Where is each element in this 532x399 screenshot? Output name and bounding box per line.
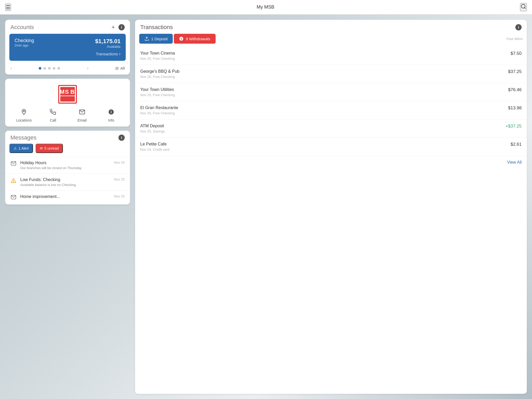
tx-name: Le Petite Cafe (140, 142, 169, 147)
tx-meta: Nov 25, Free Checking (140, 93, 175, 97)
account-balance: $1,175.01 (95, 38, 121, 45)
dollar-circle-icon: $ (179, 36, 184, 41)
menu-button[interactable]: ☰ (5, 4, 11, 11)
svg-rect-9 (60, 95, 75, 96)
all-accounts-button[interactable]: ⊟ All (115, 66, 125, 71)
locations-button[interactable]: Locations (9, 109, 38, 122)
message-date-lowfunds: Nov 25 (114, 177, 125, 181)
tx-amount: $13.98 (508, 105, 522, 111)
message-preview-lowfunds: Available balance is low on Checking (20, 183, 110, 187)
chevron-right-icon (119, 51, 121, 57)
checking-account-banner[interactable]: Checking 2min ago $1,175.01 Available Tr… (9, 34, 126, 61)
search-button[interactable] (520, 3, 527, 11)
account-name: Checking (15, 38, 34, 43)
transactions-list: Your Town Cinema Nov 25, Free Checking $… (135, 47, 527, 156)
svg-point-10 (23, 111, 25, 112)
add-account-button[interactable]: + (111, 24, 115, 31)
pagination-dot-2[interactable] (43, 67, 46, 70)
transactions-info-button[interactable]: i (515, 24, 522, 30)
account-timestamp: 2min ago (15, 43, 34, 47)
svg-text:i: i (111, 110, 112, 114)
email-icon (79, 109, 85, 117)
deposit-tab[interactable]: 1 Deposit (139, 34, 173, 44)
view-all-button[interactable]: View All (507, 160, 522, 165)
bank-actions: Locations Call (9, 109, 126, 122)
transaction-item[interactable]: Your Town Utilities Nov 25, Free Checkin… (135, 83, 527, 101)
alert-badge-button[interactable]: ⚠ 1 Alert (9, 144, 33, 153)
message-subject-home: Home improvement... (20, 194, 110, 199)
messages-info-button[interactable]: i (118, 135, 125, 141)
message-subject-holiday: Holiday Hours (20, 161, 110, 165)
tx-meta: Nov 25, Savings (140, 129, 165, 133)
tx-amount: $7.50 (510, 51, 522, 56)
accounts-header: Accounts + i (5, 20, 130, 34)
message-date-home: Nov 25 (114, 194, 125, 198)
tx-amount: $37.25 (508, 69, 522, 74)
tx-info: Your Town Utilities Nov 25, Free Checkin… (140, 87, 175, 97)
pagination-dot-3[interactable] (48, 67, 51, 70)
tx-info: El Gran Restaurante Nov 25, Free Checkin… (140, 105, 178, 115)
accounts-header-actions: + i (111, 24, 125, 31)
left-column: Accounts + i Checking 2min ago $1,175.01… (5, 20, 130, 394)
deposit-tab-label: 1 Deposit (151, 37, 168, 41)
svg-text:S: S (65, 89, 69, 95)
svg-point-16 (13, 182, 14, 182)
tx-meta: Nov 25, Free Checking (140, 75, 179, 79)
pagination-prev-button[interactable]: ‹ (10, 65, 12, 71)
call-button[interactable]: Call (38, 109, 68, 122)
accounts-stack-icon: ⊟ (115, 66, 119, 71)
message-item-home[interactable]: Home improvement... Nov 25 (5, 190, 130, 204)
tx-name: George's BBQ & Pub (140, 69, 179, 74)
tx-info: Your Town Cinema Nov 25, Free Checking (140, 51, 175, 61)
locations-label: Locations (16, 118, 32, 122)
tx-amount: +$37.25 (506, 124, 522, 129)
withdrawal-tab-label: 9 Withdrawals (186, 37, 210, 41)
tx-info: ATM Deposit Nov 25, Savings (140, 124, 165, 133)
tx-meta: Nov 24, Credit card (140, 148, 169, 151)
transaction-item[interactable]: El Gran Restaurante Nov 25, Free Checkin… (135, 101, 527, 119)
transaction-item[interactable]: George's BBQ & Pub Nov 25, Free Checking… (135, 65, 527, 83)
accounts-info-button[interactable]: i (118, 24, 125, 30)
tx-amount: $2.61 (510, 142, 522, 147)
transactions-tabs: 1 Deposit $ 9 Withdrawals Past 48hrs (135, 34, 527, 47)
transactions-card: Transactions i 1 Deposit $ (135, 20, 527, 394)
app-title: My MSB (257, 4, 274, 10)
message-item-holiday[interactable]: Holiday Hours Our branches will be close… (5, 157, 130, 174)
email-button[interactable]: Email (68, 109, 97, 122)
messages-header: Messages i (5, 131, 130, 144)
phone-icon (50, 109, 56, 117)
pagination-dot-1[interactable] (39, 67, 41, 70)
svg-text:$: $ (181, 37, 182, 40)
tx-info: Le Petite Cafe Nov 24, Credit card (140, 142, 169, 151)
pagination-next-button[interactable]: › (87, 65, 89, 71)
main-content: Accounts + i Checking 2min ago $1,175.01… (0, 15, 532, 399)
deposit-icon (144, 36, 149, 41)
message-content-holiday: Holiday Hours Our branches will be close… (20, 161, 110, 170)
bank-logo: M S B (57, 84, 78, 105)
alert-triangle-icon: ⚠ (14, 146, 17, 150)
message-item-lowfunds[interactable]: Low Funds: Checking Available balance is… (5, 174, 130, 190)
pagination-dot-5[interactable] (57, 67, 60, 70)
transaction-item[interactable]: Your Town Cinema Nov 25, Free Checking $… (135, 47, 527, 65)
unread-badge-button[interactable]: ✉ 5 unread (36, 144, 63, 153)
transaction-item[interactable]: Le Petite Cafe Nov 24, Credit card $2.61 (135, 137, 527, 156)
info-icon: i (108, 109, 114, 117)
withdrawal-tab[interactable]: $ 9 Withdrawals (174, 34, 215, 44)
svg-text:B: B (70, 89, 75, 95)
svg-text:M: M (60, 89, 64, 95)
message-envelope-icon-2 (10, 195, 17, 201)
svg-line-1 (524, 8, 526, 9)
accounts-pagination: ‹ › ⊟ All (5, 64, 130, 75)
message-date-holiday: Nov 25 (114, 161, 125, 164)
account-transactions-link[interactable]: Transactions (15, 51, 121, 57)
transaction-item[interactable]: ATM Deposit Nov 25, Savings +$37.25 (135, 119, 527, 137)
right-column: Transactions i 1 Deposit $ (135, 20, 527, 394)
envelope-filled-icon: ✉ (40, 146, 43, 150)
tx-name: Your Town Cinema (140, 51, 175, 56)
pagination-dot-4[interactable] (53, 67, 55, 70)
tx-info: George's BBQ & Pub Nov 25, Free Checking (140, 69, 179, 79)
account-available-label: Available (95, 45, 121, 49)
messages-badges: ⚠ 1 Alert ✉ 5 unread (5, 144, 130, 157)
message-subject-lowfunds: Low Funds: Checking (20, 177, 110, 182)
info-button[interactable]: i Info (97, 109, 126, 122)
